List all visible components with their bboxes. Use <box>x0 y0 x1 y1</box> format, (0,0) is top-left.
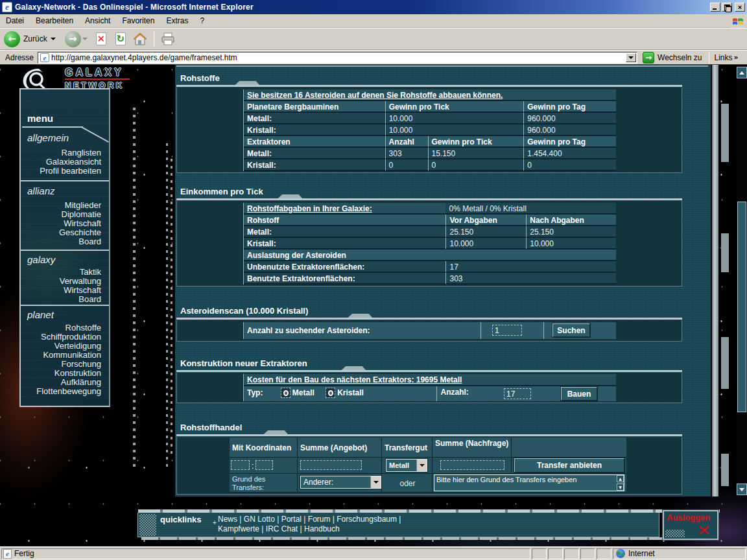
sidebar-item-mitglieder[interactable]: Mitglieder <box>65 200 101 210</box>
angebot-input[interactable] <box>300 460 362 470</box>
quicklinks-bar: quicklinks + News | GN Lotto | Portal | … <box>137 513 659 537</box>
sidebar-item-konstruktion[interactable]: Konstruktion <box>54 368 101 378</box>
quicklink-forschungsbaum[interactable]: Forschungsbaum <box>337 515 397 524</box>
nachfrage-input[interactable] <box>440 460 504 470</box>
radio-metall-label: Metall <box>292 388 314 397</box>
logo-text-galaxy: GALAXY <box>65 67 124 78</box>
stop-button[interactable]: ✕ <box>93 31 109 47</box>
col-header: Transfergut <box>382 438 433 458</box>
quicklink-forum[interactable]: Forum <box>308 515 331 524</box>
sidebar-item-profil-bearbeiten[interactable]: Profil bearbeiten <box>40 166 101 176</box>
radio-metall[interactable] <box>281 388 290 398</box>
sidebar-item-verwaltung[interactable]: Verwaltung <box>60 276 101 286</box>
menu-bar: Datei Bearbeiten Ansicht Favoriten Extra… <box>0 14 747 28</box>
textarea-scrollbar[interactable]: ▲▼ <box>617 475 624 491</box>
scan-count-input[interactable]: 1 <box>492 325 522 336</box>
quicklink-handbuch[interactable]: Handbuch <box>304 524 340 533</box>
coord-input-2[interactable] <box>255 460 273 470</box>
sidebar-item-schiffproduktion[interactable]: Schiffproduktion <box>41 332 101 342</box>
address-url[interactable]: http://game.galaxynet.4players.de/game/f… <box>51 53 237 62</box>
radio-kristall[interactable] <box>326 388 335 398</box>
window-title: Galaxy-Network - Das Onlinespiel - Micro… <box>15 3 254 12</box>
transfer-anbieten-button[interactable]: Transfer anbieten <box>514 458 624 472</box>
address-input[interactable]: e http://game.galaxynet.4players.de/game… <box>38 52 637 64</box>
sidebar-item-geschichte[interactable]: Geschichte <box>59 228 101 237</box>
quicklink-news[interactable]: News <box>218 515 237 524</box>
refresh-button[interactable]: ↻ <box>113 31 128 47</box>
sidebar-item-flottenbewegung[interactable]: Flottenbewegung <box>36 386 101 396</box>
quicklink-gn-lotto[interactable]: GN Lotto <box>244 515 275 524</box>
address-dropdown-button[interactable] <box>626 53 636 62</box>
row-label: Metall: <box>244 113 385 124</box>
restore-button[interactable] <box>722 3 732 12</box>
logout-x-icon[interactable]: ✕ <box>696 522 711 539</box>
forward-dropdown-icon[interactable] <box>82 38 88 40</box>
menu-section-galaxy: galaxy <box>27 254 55 265</box>
home-button[interactable] <box>132 31 148 47</box>
cell-value: 15.150 <box>428 148 524 159</box>
sidebar-item-galaxieansicht[interactable]: Galaxieansicht <box>46 157 101 167</box>
links-label[interactable]: Links <box>715 53 733 62</box>
select-arrow-icon[interactable] <box>370 476 381 488</box>
bauen-button[interactable]: Bauen <box>561 387 597 401</box>
menu-datei[interactable]: Datei <box>0 14 30 27</box>
minimize-button[interactable] <box>710 3 720 12</box>
status-zone: Internet <box>613 548 746 559</box>
quicklink-kampfwerte[interactable]: Kampfwerte <box>218 524 259 533</box>
row-label: Kristall: <box>244 124 385 136</box>
sidebar-item-taktik[interactable]: Taktik <box>80 267 101 277</box>
internet-globe-icon <box>616 549 625 558</box>
links-chevron-icon[interactable]: » <box>734 53 739 62</box>
sidebar-item-diplomatie[interactable]: Diplomatie <box>62 209 101 219</box>
page-icon: e <box>40 53 49 62</box>
logout-box[interactable]: Ausloggen ✕ <box>663 510 718 540</box>
cell-value: 1.454.400 <box>523 148 616 159</box>
scrollbar-down-button[interactable] <box>737 484 747 495</box>
back-dropdown-icon[interactable] <box>51 38 56 40</box>
sidebar-item-wirtschaft[interactable]: Wirtschaft <box>64 218 101 228</box>
grund-select[interactable]: Anderer: <box>300 476 381 489</box>
logout-label[interactable]: Ausloggen <box>667 513 710 522</box>
sidebar-item-forschung[interactable]: Forschung <box>62 359 101 369</box>
menu-hilfe[interactable]: ? <box>194 14 210 27</box>
status-pane: e Fertig <box>1 548 530 559</box>
go-button[interactable]: → Wechseln zu <box>643 52 707 64</box>
sidebar-item-ranglisten[interactable]: Ranglisten <box>62 148 101 158</box>
quicklinks-plus: + <box>213 519 217 526</box>
sidebar-item-kommunikation[interactable]: Kommunikation <box>43 350 101 360</box>
back-label[interactable]: Zurück <box>23 34 47 43</box>
sidebar-item-board[interactable]: Board <box>78 237 101 246</box>
close-button[interactable]: × <box>735 3 745 12</box>
konstruktion-table: Kosten für den Bau des nächsten Extrakto… <box>243 374 616 401</box>
col-header: Gewinn pro Tag <box>523 101 616 113</box>
sidebar-item-aufklaerung[interactable]: Aufklärung <box>61 377 101 387</box>
sidebar-item-board-galaxy[interactable]: Board <box>78 294 101 304</box>
anzahl-input[interactable]: 17 <box>504 388 531 399</box>
sidebar-item-wirtschaft-galaxy[interactable]: Wirtschaft <box>64 285 101 295</box>
sidebar-item-verteidigung[interactable]: Verteidigung <box>54 341 101 351</box>
menu-ansicht[interactable]: Ansicht <box>79 14 116 27</box>
forward-button[interactable]: → <box>65 31 81 47</box>
coord-input-1[interactable] <box>231 460 250 470</box>
menu-bearbeiten[interactable]: Bearbeiten <box>30 14 79 27</box>
col-header: Gewinn pro Tick <box>428 136 524 148</box>
col-header: Extraktoren <box>244 136 385 148</box>
suchen-button[interactable]: Suchen <box>552 323 590 337</box>
quicklink-irc-chat[interactable]: IRC Chat <box>266 524 298 533</box>
menu-section-allgemein: allgemein <box>27 132 69 143</box>
grund-textarea[interactable]: Bitte hier den Grund des Transfers einge… <box>434 474 624 491</box>
sidebar-item-rohstoffe[interactable]: Rohstoffe <box>65 323 101 332</box>
scrollbar-up-button[interactable] <box>737 67 747 78</box>
select-arrow-icon[interactable] <box>416 460 427 471</box>
menu-extras[interactable]: Extras <box>160 14 194 27</box>
print-button[interactable] <box>160 31 176 47</box>
quicklink-portal[interactable]: Portal <box>281 515 302 524</box>
scrollbar-thumb[interactable] <box>737 202 746 412</box>
cell-value: 960.000 <box>523 113 616 124</box>
status-bar: e Fertig Internet <box>0 546 747 560</box>
tax-label: Rohstoffabgaben in Ihrer Galaxie: <box>244 203 445 215</box>
back-button[interactable]: ← <box>4 31 20 47</box>
scroll-up-icon: ▲ <box>617 475 624 482</box>
menu-favoriten[interactable]: Favoriten <box>116 14 160 27</box>
transfergut-select[interactable]: Metall <box>386 459 427 472</box>
